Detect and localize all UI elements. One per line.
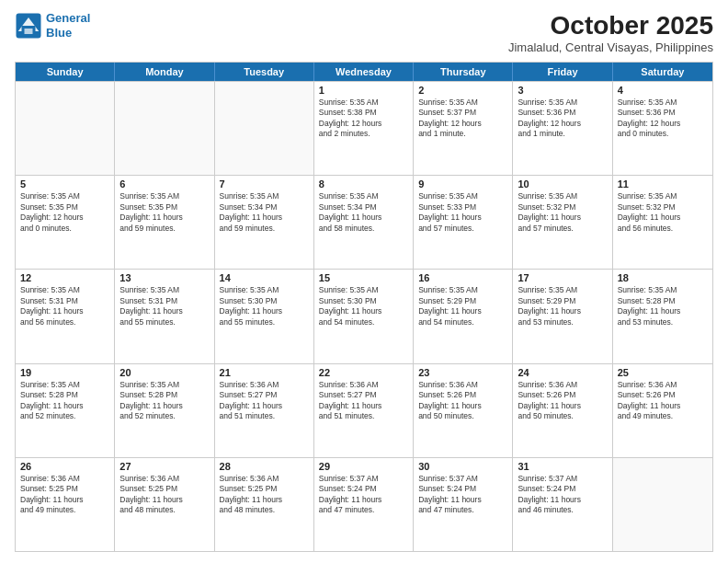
cell-info: Sunrise: 5:35 AM Sunset: 5:34 PM Dayligh… bbox=[220, 191, 309, 234]
day-cell-27: 27Sunrise: 5:36 AM Sunset: 5:25 PM Dayli… bbox=[115, 458, 214, 551]
header-day-monday: Monday bbox=[115, 63, 214, 81]
day-number: 6 bbox=[119, 178, 209, 190]
day-number: 15 bbox=[319, 272, 408, 283]
day-number: 11 bbox=[618, 178, 708, 190]
logo: General Blue bbox=[15, 11, 90, 40]
page: General Blue October 2025 Jimalalud, Cen… bbox=[0, 0, 728, 563]
cell-info: Sunrise: 5:35 AM Sunset: 5:37 PM Dayligh… bbox=[418, 98, 507, 140]
title-block: October 2025 Jimalalud, Central Visayas,… bbox=[508, 11, 713, 54]
empty-cell bbox=[16, 82, 115, 175]
cell-info: Sunrise: 5:36 AM Sunset: 5:25 PM Dayligh… bbox=[20, 474, 109, 516]
calendar-body: 1Sunrise: 5:35 AM Sunset: 5:38 PM Daylig… bbox=[16, 81, 712, 551]
cell-info: Sunrise: 5:36 AM Sunset: 5:26 PM Dayligh… bbox=[518, 380, 607, 422]
day-number: 18 bbox=[618, 272, 708, 283]
cell-info: Sunrise: 5:35 AM Sunset: 5:28 PM Dayligh… bbox=[20, 380, 109, 422]
header-day-wednesday: Wednesday bbox=[314, 63, 414, 81]
day-number: 7 bbox=[220, 178, 309, 190]
day-cell-19: 19Sunrise: 5:35 AM Sunset: 5:28 PM Dayli… bbox=[16, 364, 115, 457]
day-number: 2 bbox=[418, 85, 507, 96]
day-cell-14: 14Sunrise: 5:35 AM Sunset: 5:30 PM Dayli… bbox=[215, 270, 314, 362]
empty-cell bbox=[613, 458, 712, 551]
day-number: 24 bbox=[518, 367, 607, 378]
day-number: 19 bbox=[20, 367, 109, 378]
cell-info: Sunrise: 5:35 AM Sunset: 5:28 PM Dayligh… bbox=[618, 285, 708, 327]
day-cell-11: 11Sunrise: 5:35 AM Sunset: 5:32 PM Dayli… bbox=[613, 176, 712, 269]
day-number: 22 bbox=[319, 367, 408, 378]
day-cell-16: 16Sunrise: 5:35 AM Sunset: 5:29 PM Dayli… bbox=[414, 270, 513, 362]
day-number: 9 bbox=[418, 178, 507, 190]
day-number: 8 bbox=[319, 178, 408, 190]
month-title: October 2025 bbox=[508, 11, 713, 40]
day-number: 16 bbox=[418, 272, 507, 283]
cell-info: Sunrise: 5:35 AM Sunset: 5:30 PM Dayligh… bbox=[220, 285, 309, 327]
day-cell-28: 28Sunrise: 5:36 AM Sunset: 5:25 PM Dayli… bbox=[215, 458, 314, 551]
day-cell-9: 9Sunrise: 5:35 AM Sunset: 5:33 PM Daylig… bbox=[414, 176, 513, 269]
header-day-thursday: Thursday bbox=[414, 63, 513, 81]
day-cell-26: 26Sunrise: 5:36 AM Sunset: 5:25 PM Dayli… bbox=[16, 458, 115, 551]
day-number: 30 bbox=[418, 461, 507, 472]
cell-info: Sunrise: 5:36 AM Sunset: 5:26 PM Dayligh… bbox=[618, 380, 708, 422]
cell-info: Sunrise: 5:35 AM Sunset: 5:38 PM Dayligh… bbox=[319, 98, 408, 140]
cell-info: Sunrise: 5:35 AM Sunset: 5:32 PM Dayligh… bbox=[518, 191, 607, 234]
day-number: 14 bbox=[220, 272, 309, 283]
day-number: 4 bbox=[618, 85, 708, 96]
header-day-tuesday: Tuesday bbox=[215, 63, 314, 81]
day-cell-7: 7Sunrise: 5:35 AM Sunset: 5:34 PM Daylig… bbox=[215, 176, 314, 269]
empty-cell bbox=[215, 82, 314, 175]
cell-info: Sunrise: 5:35 AM Sunset: 5:32 PM Dayligh… bbox=[618, 191, 708, 234]
week-row-4: 19Sunrise: 5:35 AM Sunset: 5:28 PM Dayli… bbox=[16, 363, 712, 457]
day-number: 31 bbox=[518, 461, 607, 472]
cell-info: Sunrise: 5:35 AM Sunset: 5:28 PM Dayligh… bbox=[119, 380, 209, 422]
day-number: 12 bbox=[20, 272, 109, 283]
cell-info: Sunrise: 5:35 AM Sunset: 5:35 PM Dayligh… bbox=[20, 191, 109, 234]
cell-info: Sunrise: 5:36 AM Sunset: 5:25 PM Dayligh… bbox=[119, 474, 209, 516]
day-cell-1: 1Sunrise: 5:35 AM Sunset: 5:38 PM Daylig… bbox=[314, 82, 414, 175]
day-cell-25: 25Sunrise: 5:36 AM Sunset: 5:26 PM Dayli… bbox=[613, 364, 712, 457]
day-number: 17 bbox=[518, 272, 607, 283]
day-cell-29: 29Sunrise: 5:37 AM Sunset: 5:24 PM Dayli… bbox=[314, 458, 414, 551]
day-cell-31: 31Sunrise: 5:37 AM Sunset: 5:24 PM Dayli… bbox=[513, 458, 612, 551]
day-number: 10 bbox=[518, 178, 607, 190]
empty-cell bbox=[115, 82, 214, 175]
cell-info: Sunrise: 5:36 AM Sunset: 5:27 PM Dayligh… bbox=[220, 380, 309, 422]
cell-info: Sunrise: 5:35 AM Sunset: 5:29 PM Dayligh… bbox=[418, 285, 507, 327]
cell-info: Sunrise: 5:35 AM Sunset: 5:36 PM Dayligh… bbox=[518, 98, 607, 140]
day-number: 3 bbox=[518, 85, 607, 96]
day-cell-10: 10Sunrise: 5:35 AM Sunset: 5:32 PM Dayli… bbox=[513, 176, 612, 269]
logo-icon bbox=[15, 12, 42, 40]
day-cell-23: 23Sunrise: 5:36 AM Sunset: 5:26 PM Dayli… bbox=[414, 364, 513, 457]
day-cell-15: 15Sunrise: 5:35 AM Sunset: 5:30 PM Dayli… bbox=[314, 270, 414, 362]
cell-info: Sunrise: 5:37 AM Sunset: 5:24 PM Dayligh… bbox=[319, 474, 408, 516]
day-cell-5: 5Sunrise: 5:35 AM Sunset: 5:35 PM Daylig… bbox=[16, 176, 115, 269]
cell-info: Sunrise: 5:36 AM Sunset: 5:27 PM Dayligh… bbox=[319, 380, 408, 422]
day-cell-3: 3Sunrise: 5:35 AM Sunset: 5:36 PM Daylig… bbox=[513, 82, 612, 175]
day-number: 26 bbox=[20, 461, 109, 472]
cell-info: Sunrise: 5:35 AM Sunset: 5:30 PM Dayligh… bbox=[319, 285, 408, 327]
day-cell-13: 13Sunrise: 5:35 AM Sunset: 5:31 PM Dayli… bbox=[115, 270, 214, 362]
calendar: SundayMondayTuesdayWednesdayThursdayFrid… bbox=[15, 62, 713, 552]
cell-info: Sunrise: 5:35 AM Sunset: 5:31 PM Dayligh… bbox=[119, 285, 209, 327]
day-cell-6: 6Sunrise: 5:35 AM Sunset: 5:35 PM Daylig… bbox=[115, 176, 214, 269]
logo-line2: Blue bbox=[46, 26, 72, 40]
day-number: 21 bbox=[220, 367, 309, 378]
svg-rect-3 bbox=[25, 29, 33, 34]
week-row-3: 12Sunrise: 5:35 AM Sunset: 5:31 PM Dayli… bbox=[16, 269, 712, 362]
day-cell-8: 8Sunrise: 5:35 AM Sunset: 5:34 PM Daylig… bbox=[314, 176, 414, 269]
day-number: 28 bbox=[220, 461, 309, 472]
day-cell-22: 22Sunrise: 5:36 AM Sunset: 5:27 PM Dayli… bbox=[314, 364, 414, 457]
header: General Blue October 2025 Jimalalud, Cen… bbox=[15, 11, 713, 54]
day-cell-20: 20Sunrise: 5:35 AM Sunset: 5:28 PM Dayli… bbox=[115, 364, 214, 457]
day-number: 1 bbox=[319, 85, 408, 96]
cell-info: Sunrise: 5:35 AM Sunset: 5:36 PM Dayligh… bbox=[618, 98, 708, 140]
cell-info: Sunrise: 5:35 AM Sunset: 5:33 PM Dayligh… bbox=[418, 191, 507, 234]
subtitle: Jimalalud, Central Visayas, Philippines bbox=[508, 40, 713, 54]
day-number: 29 bbox=[319, 461, 408, 472]
day-number: 25 bbox=[618, 367, 708, 378]
day-cell-30: 30Sunrise: 5:37 AM Sunset: 5:24 PM Dayli… bbox=[414, 458, 513, 551]
week-row-5: 26Sunrise: 5:36 AM Sunset: 5:25 PM Dayli… bbox=[16, 457, 712, 551]
header-day-saturday: Saturday bbox=[613, 63, 712, 81]
day-number: 5 bbox=[20, 178, 109, 190]
cell-info: Sunrise: 5:36 AM Sunset: 5:26 PM Dayligh… bbox=[418, 380, 507, 422]
cell-info: Sunrise: 5:35 AM Sunset: 5:35 PM Dayligh… bbox=[119, 191, 209, 234]
cell-info: Sunrise: 5:36 AM Sunset: 5:25 PM Dayligh… bbox=[220, 474, 309, 516]
